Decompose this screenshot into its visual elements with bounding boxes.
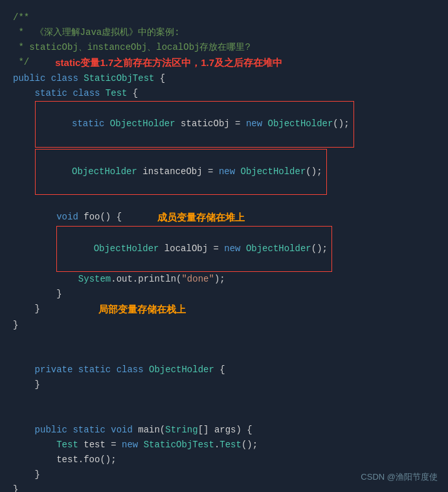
kw-class3: class [117,363,149,377]
code-line-23: Test test = new StaticObjTest.Test(); [13,438,435,453]
annotation-member-heap: 成员变量存储在堆上 [157,210,245,226]
new-objectholder3: ObjectHolder [246,243,311,254]
code-line-24: test.foo(); [13,453,435,467]
kw-new3: new [224,243,246,254]
code-line-7: static ObjectHolder staticObj = new Obje… [13,101,435,147]
code-line-9 [13,195,435,210]
kw-static1: static [35,86,73,101]
type-string: String [165,423,197,438]
string-done: "done" [181,272,214,287]
code-line-10: void foo() { 成员变量存储在堆上 [13,210,435,226]
annotation-static-memory: static变量1.7之前存在方法区中，1.7及之后存在堆中 [55,55,282,71]
code-line-1: /** [13,10,435,25]
comment-question: * staticObj、instanceObj、localObj存放在哪里? [13,40,251,55]
code-line-14: } 局部变量存储在栈上 [13,302,435,318]
kw-static4: static [73,423,111,438]
kw-new1: new [246,118,268,129]
code-line-13: } [13,287,435,302]
kw-void2: void [111,423,138,438]
kw-class2: class [73,86,105,101]
class-test: Test [106,86,128,101]
kw-void: void [56,210,84,225]
method-foo: foo() { [84,210,122,225]
type-test: Test [56,438,78,453]
class-objectholder: ObjectHolder [149,363,214,377]
code-line-20 [13,392,435,407]
code-line-21 [13,407,435,422]
new-test: Test [219,438,241,453]
kw-public2: public [35,423,73,438]
code-line-4: */ static变量1.7之前存在方法区中，1.7及之后存在堆中 [13,55,435,71]
new-objectholder1: ObjectHolder [268,118,333,129]
comment-book: * 《深入理解Java虚拟机》中的案例: [13,25,180,40]
code-line-12: System.out.println("done"); [13,272,435,287]
type-objectholder3: ObjectHolder [94,243,159,254]
kw-static2: static [72,118,110,129]
code-line-17 [13,348,435,363]
method-main: main( [138,423,165,438]
type-objectholder1: ObjectHolder [110,118,175,129]
instance-obj-declaration: ObjectHolder instanceObj = new ObjectHol… [35,149,327,195]
static-obj-declaration: static ObjectHolder staticObj = new Obje… [35,101,354,147]
new-objectholder2: ObjectHolder [241,166,306,177]
code-line-11: ObjectHolder localObj = new ObjectHolder… [13,226,435,272]
code-line-5: public class StaticObjTest { [13,71,435,86]
annotation-local-stack: 局部变量存储在栈上 [98,302,186,318]
code-line-8: ObjectHolder instanceObj = new ObjectHol… [13,149,435,195]
code-line-16 [13,333,435,348]
code-line-18: private static class ObjectHolder { [13,363,435,377]
type-objectholder2: ObjectHolder [72,166,137,177]
code-editor: /** * 《深入理解Java虚拟机》中的案例: * staticObj、ins… [0,0,448,492]
comment-start: /** [13,10,29,25]
code-line-3: * staticObj、instanceObj、localObj存放在哪里? [13,40,435,55]
comment-close: */ [13,55,29,70]
kw-static3: static [78,363,117,377]
code-line-6: static class Test { [13,86,435,101]
kw-new2: new [219,166,241,177]
class-staticobjtest: StaticObjTest [84,71,154,86]
kw-new4: new [122,438,144,453]
local-obj-declaration: ObjectHolder localObj = new ObjectHolder… [56,226,332,272]
code-line-15: } [13,318,435,333]
kw-private: private [35,363,78,377]
watermark: CSDN @渔阳节度使 [361,471,438,484]
code-line-19: } [13,377,435,392]
system-out: System [78,272,111,287]
kw-class: class [51,71,84,86]
code-line-2: * 《深入理解Java虚拟机》中的案例: [13,25,435,40]
kw-public: public [13,71,51,86]
code-line-22: public static void main(String[] args) { [13,423,435,438]
new-staticobjtest-test: StaticObjTest [144,438,214,453]
